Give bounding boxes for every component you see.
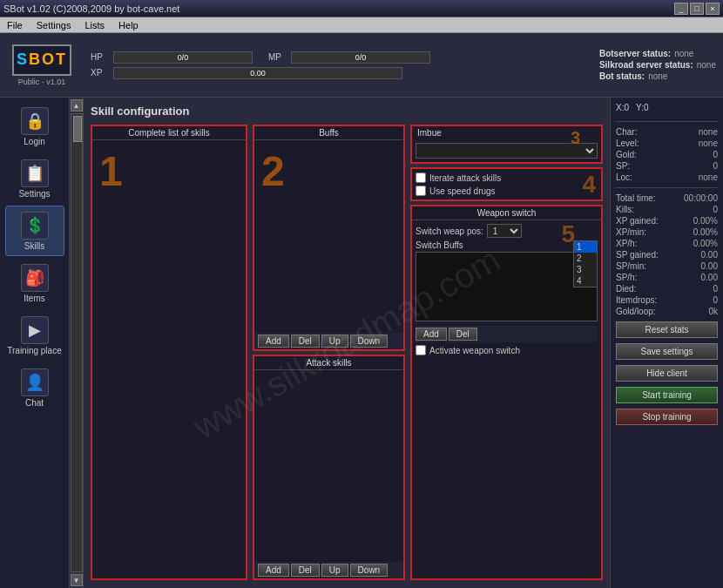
xp-h-label: XP/h: (616, 239, 637, 248)
xp-gained-value: 0.00% (693, 216, 718, 226)
weapon-del-button[interactable]: Del (449, 328, 477, 341)
stop-training-button[interactable]: Stop training (616, 409, 718, 425)
minimize-button[interactable]: _ (674, 3, 688, 15)
panel-number-4: 4 (582, 171, 596, 199)
sidebar-item-skills[interactable]: 💲 Skills (5, 206, 64, 256)
chat-icon: 👤 (21, 368, 49, 396)
speed-drugs-row: Use speed drugs (416, 186, 598, 196)
panel-buffs: Buffs 2 Add Del Up Down (253, 125, 405, 351)
menu-file[interactable]: File (3, 20, 26, 30)
panel-attack-title: Attack skills (254, 356, 403, 370)
sp-label: SP: (616, 161, 630, 171)
speed-drugs-checkbox[interactable] (416, 186, 426, 196)
weapon-pos-select[interactable]: 1 2 3 4 (487, 224, 522, 238)
scroll-area: ▲ ▼ (70, 98, 84, 588)
dropdown-option-4[interactable]: 4 (574, 275, 597, 287)
menu-help[interactable]: Help (115, 20, 142, 30)
xp-h-value: 0.00% (693, 239, 718, 248)
kills-row: Kills: 0 (616, 205, 718, 214)
gold-label: Gold: (616, 150, 637, 159)
hide-client-button[interactable]: Hide client (616, 365, 718, 382)
reset-stats-button[interactable]: Reset stats (616, 321, 718, 338)
menu-lists[interactable]: Lists (81, 20, 108, 30)
sidebar-item-settings[interactable]: 📋 Settings (5, 153, 64, 204)
sidebar: 🔒 Login 📋 Settings 💲 Skills 🎒 Items ▶ Tr… (0, 98, 70, 588)
xp-min-value: 0.00% (693, 227, 718, 237)
itemdrops-value: 0 (713, 295, 718, 305)
sidebar-item-chat[interactable]: 👤 Chat (5, 362, 64, 413)
xp-bar-row: XP 0.00 (91, 67, 585, 79)
xp-value: 0.00 (114, 68, 402, 78)
gold-value: 0 (713, 150, 718, 159)
kills-value: 0 (713, 205, 718, 214)
sidebar-item-training-place[interactable]: ▶ Training place (5, 310, 64, 361)
panel-buffs-title: Buffs (254, 126, 403, 140)
loc-value: none (699, 172, 718, 182)
sp-h-value: 0.00 (701, 273, 718, 282)
gold-loop-row: Gold/loop: 0k (616, 307, 718, 316)
level-row: Level: none (616, 139, 718, 148)
skill-panels: Complete list of skills 1 Buffs 2 Add De… (91, 125, 603, 580)
activate-weapon-checkbox[interactable] (416, 345, 426, 355)
hp-label: HP (91, 52, 108, 62)
attack-del-button[interactable]: Del (291, 564, 320, 577)
server-status: Botserver status: none Silkroad server s… (599, 49, 716, 81)
weapon-list (416, 252, 598, 321)
botstatus-value: none (648, 71, 667, 81)
sidebar-item-login[interactable]: 🔒 Login (5, 101, 64, 152)
dropdown-option-2[interactable]: 2 (574, 253, 597, 264)
buffs-down-button[interactable]: Down (350, 335, 389, 348)
sidebar-item-items[interactable]: 🎒 Items (5, 258, 64, 308)
coord-y: Y:0 (636, 103, 648, 112)
start-training-button[interactable]: Start training (616, 387, 718, 403)
save-settings-button[interactable]: Save settings (616, 343, 718, 360)
died-row: Died: 0 (616, 284, 718, 294)
silkroad-value: none (697, 60, 716, 70)
stats-panel: X:0 Y:0 Char: none Level: none Gold: 0 S… (610, 98, 723, 588)
menu-settings[interactable]: Settings (33, 20, 75, 30)
iterate-skills-row: Iterate attack skills (416, 172, 598, 183)
xp-h-row: XP/h: 0.00% (616, 239, 718, 248)
panel-imbue: Imbue 3 (410, 125, 603, 164)
stat-bars: HP 0/0 MP 0/0 XP 0.00 (91, 51, 585, 79)
mp-label: MP (268, 52, 286, 62)
attack-add-button[interactable]: Add (258, 564, 289, 577)
panel-weapon-title: Weapon switch (412, 206, 601, 220)
sp-gained-label: SP gained: (616, 250, 659, 260)
sidebar-settings-label: Settings (18, 189, 50, 199)
botstatus-label: Bot status: (599, 71, 645, 81)
level-label: Level: (616, 139, 639, 148)
attack-down-button[interactable]: Down (350, 564, 389, 577)
buffs-up-button[interactable]: Up (321, 335, 348, 348)
sp-h-label: SP/h: (616, 273, 637, 282)
close-button[interactable]: × (706, 3, 720, 15)
panel-number-1: 1 (99, 147, 123, 195)
iterate-skills-checkbox[interactable] (416, 172, 426, 183)
hp-bar-container: 0/0 (113, 51, 253, 64)
attack-up-button[interactable]: Up (321, 564, 348, 577)
xp-min-label: XP/min: (616, 227, 646, 237)
scroll-down-button[interactable]: ▼ (71, 574, 83, 586)
dropdown-option-1[interactable]: 1 (574, 241, 597, 253)
panel-complete-list: Complete list of skills 1 (91, 125, 247, 580)
logo-area: SBOT Public - v1.01 (7, 44, 77, 86)
scroll-thumb[interactable] (73, 116, 82, 142)
header: SBOT Public - v1.01 HP 0/0 MP 0/0 XP 0.0… (0, 33, 723, 98)
died-label: Died: (616, 284, 636, 294)
gold-loop-label: Gold/loop: (616, 307, 656, 316)
window-controls: _ □ × (674, 3, 720, 15)
weapon-add-button[interactable]: Add (416, 328, 447, 341)
panel-attack-buttons: Add Del Up Down (254, 562, 403, 578)
settings-icon: 📋 (21, 159, 49, 187)
dropdown-option-3[interactable]: 3 (574, 264, 597, 275)
total-time-label: Total time: (616, 193, 656, 203)
scroll-up-button[interactable]: ▲ (71, 99, 83, 112)
buffs-add-button[interactable]: Add (258, 335, 289, 348)
char-stats: Char: none Level: none Gold: 0 SP: 0 Loc… (616, 127, 718, 182)
maximize-button[interactable]: □ (690, 3, 704, 15)
xp-label: XP (91, 68, 108, 78)
coords-row: X:0 Y:0 (616, 103, 718, 112)
coord-x: X:0 (616, 103, 629, 112)
buffs-del-button[interactable]: Del (291, 335, 320, 348)
sidebar-chat-label: Chat (25, 398, 44, 408)
